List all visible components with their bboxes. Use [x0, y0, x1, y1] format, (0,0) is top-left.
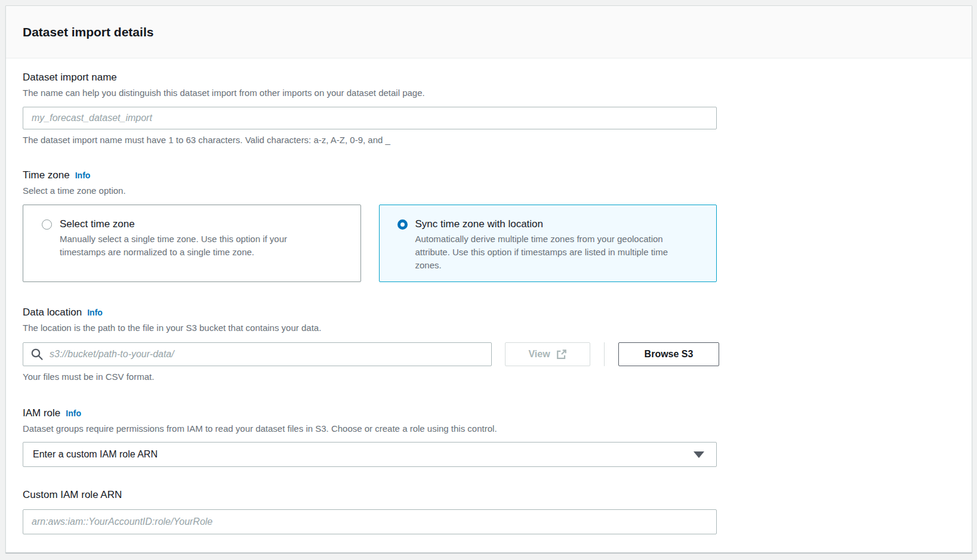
data-location-description: The location is the path to the file in …: [23, 322, 955, 334]
tile-sync-time-zone-with-location[interactable]: Sync time zone with location Automatical…: [379, 205, 717, 282]
section-iam-role: IAM role Info Dataset groups require per…: [23, 407, 955, 467]
panel-header: Dataset import details: [6, 6, 972, 58]
panel-title: Dataset import details: [23, 25, 153, 39]
data-location-label: Data location: [23, 306, 82, 319]
browse-s3-button[interactable]: Browse S3: [618, 342, 719, 366]
iam-role-description: Dataset groups require permissions from …: [23, 423, 955, 435]
tile-select-time-zone[interactable]: Select time zone Manually select a singl…: [23, 205, 361, 282]
iam-role-info-link[interactable]: Info: [66, 409, 81, 418]
custom-iam-role-arn-label: Custom IAM role ARN: [23, 488, 955, 502]
tile-sync-time-zone-description: Automatically derive multiple time zones…: [415, 233, 687, 272]
data-location-hint: Your files must be in CSV format.: [23, 371, 955, 383]
dataset-import-name-description: The name can help you distinguish this d…: [23, 87, 955, 99]
dataset-import-name-label: Dataset import name: [23, 71, 955, 84]
time-zone-label: Time zone: [23, 169, 70, 182]
tile-select-time-zone-label: Select time zone: [60, 217, 331, 231]
data-location-input[interactable]: [23, 342, 492, 366]
browse-s3-button-label: Browse S3: [645, 349, 694, 360]
section-time-zone: Time zone Info Select a time zone option…: [23, 169, 955, 282]
button-divider: [604, 342, 605, 366]
custom-iam-role-arn-input[interactable]: [23, 509, 717, 534]
data-location-info-link[interactable]: Info: [87, 308, 103, 317]
iam-role-selected-value: Enter a custom IAM role ARN: [33, 449, 158, 460]
radio-checked-icon[interactable]: [397, 219, 408, 230]
tile-select-time-zone-description: Manually select a single time zone. Use …: [60, 233, 331, 259]
time-zone-info-link[interactable]: Info: [75, 171, 91, 180]
data-location-controls: View Browse S3: [23, 342, 955, 366]
chevron-down-icon: [694, 451, 704, 458]
iam-role-label: IAM role: [23, 407, 60, 420]
search-icon: [30, 348, 44, 361]
view-button[interactable]: View: [505, 342, 590, 366]
data-location-search: [23, 342, 492, 366]
tile-sync-time-zone-label: Sync time zone with location: [415, 217, 687, 231]
panel-body: Dataset import name The name can help yo…: [6, 58, 972, 534]
section-data-location: Data location Info The location is the p…: [23, 306, 955, 383]
radio-unchecked-icon[interactable]: [42, 219, 52, 230]
dataset-import-details-panel: Dataset import details Dataset import na…: [5, 5, 972, 553]
time-zone-description: Select a time zone option.: [23, 185, 955, 197]
dataset-import-name-input[interactable]: [23, 107, 717, 129]
section-dataset-import-name: Dataset import name The name can help yo…: [23, 71, 955, 146]
section-custom-iam-role-arn: Custom IAM role ARN: [23, 488, 955, 534]
view-button-label: View: [528, 349, 550, 360]
time-zone-options: Select time zone Manually select a singl…: [23, 205, 717, 282]
iam-role-select[interactable]: Enter a custom IAM role ARN: [23, 442, 717, 467]
dataset-import-name-hint: The dataset import name must have 1 to 6…: [23, 134, 955, 146]
external-link-icon: [556, 349, 567, 360]
